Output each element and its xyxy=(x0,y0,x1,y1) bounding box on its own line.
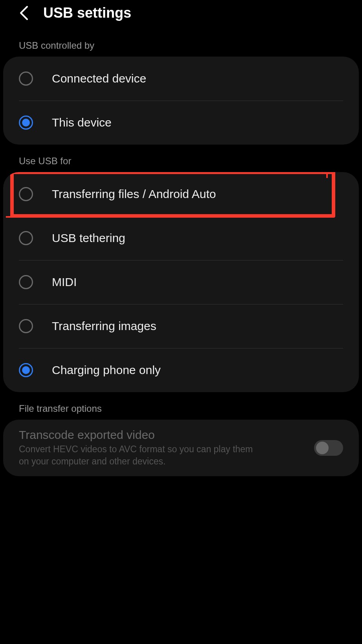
radio-charging-only[interactable]: Charging phone only xyxy=(3,348,359,392)
toggle-switch[interactable] xyxy=(314,440,343,456)
toggle-description: Convert HEVC videos to AVC format so you… xyxy=(19,443,255,468)
back-icon[interactable] xyxy=(16,5,32,21)
card-file-transfer: Transcode exported video Convert HEVC vi… xyxy=(3,420,359,476)
radio-icon xyxy=(19,231,33,245)
radio-icon xyxy=(19,187,33,201)
section-label-file-transfer: File transfer options xyxy=(0,392,362,420)
radio-connected-device[interactable]: Connected device xyxy=(3,57,359,101)
section-label-controlled-by: USB controlled by xyxy=(0,29,362,57)
radio-icon xyxy=(19,116,33,130)
radio-this-device[interactable]: This device xyxy=(3,101,359,145)
toggle-transcode-video[interactable]: Transcode exported video Convert HEVC vi… xyxy=(3,420,359,476)
toggle-text: Transcode exported video Convert HEVC vi… xyxy=(19,428,306,468)
radio-transferring-files[interactable]: Transferring files / Android Auto xyxy=(3,172,359,216)
page-title: USB settings xyxy=(43,5,131,21)
radio-transferring-images[interactable]: Transferring images xyxy=(3,304,359,348)
radio-icon xyxy=(19,319,33,333)
radio-label: Transferring images xyxy=(52,319,156,333)
radio-label: This device xyxy=(52,116,112,129)
radio-label: Charging phone only xyxy=(52,363,161,377)
card-use-for: Transferring files / Android Auto USB te… xyxy=(3,172,359,392)
radio-label: USB tethering xyxy=(52,231,125,245)
radio-icon xyxy=(19,275,33,289)
radio-label: Connected device xyxy=(52,72,146,85)
radio-midi[interactable]: MIDI xyxy=(3,260,359,304)
card-controlled-by: Connected device This device xyxy=(3,57,359,145)
header: USB settings xyxy=(0,0,362,29)
radio-icon xyxy=(19,72,33,86)
toggle-knob xyxy=(316,442,329,454)
radio-icon xyxy=(19,363,33,377)
radio-usb-tethering[interactable]: USB tethering xyxy=(3,216,359,260)
section-label-use-for: Use USB for xyxy=(0,145,362,172)
toggle-title: Transcode exported video xyxy=(19,428,306,442)
radio-label: MIDI xyxy=(52,275,77,289)
radio-label: Transferring files / Android Auto xyxy=(52,187,216,201)
